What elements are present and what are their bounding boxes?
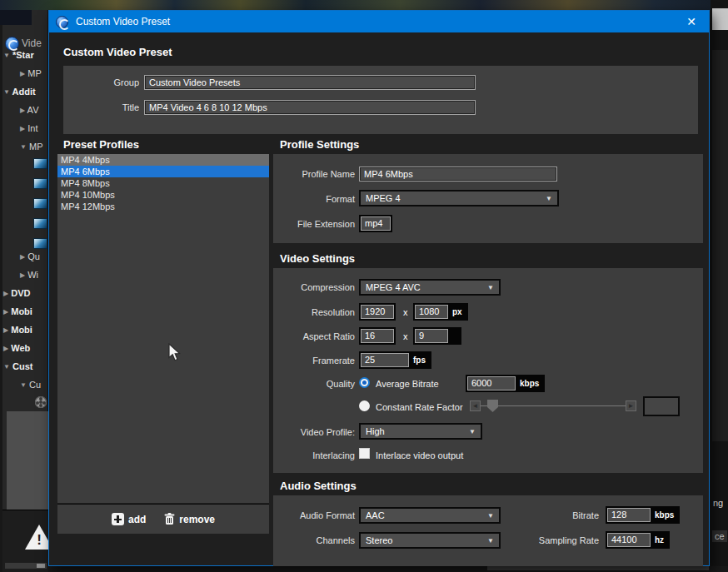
slider-track[interactable]	[481, 405, 626, 406]
dialog-titlebar[interactable]: Custom Video Preset ✕	[49, 11, 709, 32]
chevron-down-icon: ▼	[3, 361, 10, 373]
add-button[interactable]: add	[112, 513, 146, 525]
bitrate-label: Bitrate	[529, 510, 599, 520]
sidebar-item-custom[interactable]: ▼ Cust	[0, 360, 48, 373]
group-input[interactable]: Custom Video Presets	[144, 75, 476, 90]
sidebar-item-web[interactable]: ▶ Web	[0, 341, 48, 355]
slider-left-arrow-icon[interactable]: ◄	[470, 400, 481, 411]
chevron-right-icon: ▶	[3, 287, 8, 300]
framerate-input[interactable]: 25	[361, 353, 409, 367]
video-thumbnail-icon[interactable]	[33, 238, 47, 249]
crf-slider[interactable]: ◄ ►	[470, 400, 636, 411]
sidebar-item-wi[interactable]: ▶ Wi	[0, 268, 48, 281]
aspect-width-input[interactable]: 16	[361, 329, 394, 343]
chevron-down-icon: ▼	[487, 512, 494, 520]
chevron-down-icon: ▼	[3, 49, 10, 62]
channels-label: Channels	[275, 535, 355, 545]
sampling-rate-field: 44100 hz	[606, 531, 670, 549]
video-thumbnail-icon[interactable]	[33, 198, 47, 209]
preset-list-item[interactable]: MP4 12Mbps	[57, 201, 269, 212]
plus-icon	[112, 513, 124, 525]
scrollbar-thumb[interactable]	[37, 564, 45, 568]
compression-dropdown[interactable]: MPEG 4 AVC ▼	[359, 279, 501, 296]
average-bitrate-label: Average Bitrate	[376, 379, 439, 389]
chevron-right-icon: ▶	[20, 104, 25, 117]
crf-value-input[interactable]	[643, 396, 680, 416]
slider-right-arrow-icon[interactable]: ►	[626, 400, 636, 411]
resolution-width-field: 1920	[359, 303, 396, 321]
interlacing-label: Interlacing	[275, 450, 355, 460]
title-input[interactable]: MP4 Video 4 6 8 10 12 Mbps	[144, 100, 476, 115]
sidebar-item-star[interactable]: ▼ *Star	[0, 48, 48, 62]
interlace-option-label: Interlace video output	[376, 450, 463, 460]
resolution-width-input[interactable]: 1920	[361, 305, 394, 319]
average-bitrate-input[interactable]: 6000	[467, 376, 516, 390]
constant-rate-factor-label: Constant Rate Factor	[376, 402, 463, 412]
framerate-unit: fps	[409, 356, 430, 365]
framerate-label: Framerate	[275, 356, 355, 366]
trash-icon	[164, 513, 175, 525]
video-thumbnail-icon[interactable]	[33, 218, 47, 229]
preset-list-item[interactable]: MP4 10Mbps	[57, 189, 269, 201]
chevron-down-icon: ▼	[546, 195, 552, 202]
sidebar-item-av[interactable]: ▶ AV	[0, 103, 48, 117]
file-extension-input[interactable]: mp4	[361, 216, 391, 231]
chevron-down-icon: ▼	[487, 537, 494, 545]
sidebar-item-mp4-group[interactable]: ▼ MP	[0, 140, 48, 153]
profile-name-input[interactable]: MP4 6Mbps	[359, 167, 557, 182]
remove-button[interactable]: remove	[164, 513, 215, 525]
format-dropdown[interactable]: MPEG 4 ▼	[359, 190, 559, 206]
sidebar-item-int[interactable]: ▶ Int	[0, 122, 48, 135]
profile-settings-heading: Profile Settings	[280, 138, 359, 151]
preset-list-item[interactable]: MP4 4Mbps	[57, 154, 269, 166]
video-thumbnail-icon[interactable]	[33, 178, 47, 189]
constant-rate-factor-radio[interactable]	[359, 400, 370, 411]
chevron-right-icon: ▶	[3, 342, 8, 355]
film-reel-icon[interactable]	[35, 396, 47, 408]
resolution-x-separator: x	[403, 307, 408, 317]
screen: Vide ▼ *Star ▶ MP ▼ Addit ▶ AV ▶ Int ▼ M…	[0, 0, 728, 572]
average-bitrate-radio[interactable]	[359, 377, 370, 388]
file-extension-label: File Extension	[275, 219, 355, 229]
sidebar-item-custom-child[interactable]: ▼ Cu	[0, 378, 48, 391]
video-profile-dropdown[interactable]: High ▼	[359, 423, 482, 440]
interlace-checkbox[interactable]	[359, 448, 370, 459]
sidebar-item-dvd[interactable]: ▶ DVD	[0, 286, 48, 300]
bitrate-field: 128 kbps	[606, 506, 680, 524]
preset-list-item[interactable]: MP4 8Mbps	[57, 177, 269, 189]
background-video-strip	[0, 0, 728, 10]
preset-profiles-list[interactable]: MP4 4Mbps MP4 6Mbps MP4 8Mbps MP4 10Mbps…	[57, 154, 269, 503]
channels-dropdown[interactable]: Stereo ▼	[359, 532, 501, 549]
sidebar-item-mobile2[interactable]: ▶ Mobi	[0, 323, 48, 336]
chevron-down-icon: ▼	[20, 379, 27, 391]
sidebar-item-qu[interactable]: ▶ Qu	[0, 250, 48, 263]
aspect-height-field: 9	[413, 327, 461, 345]
background-right-panel	[712, 50, 728, 441]
bitrate-input[interactable]: 128	[607, 508, 651, 522]
preset-list-item-selected[interactable]: MP4 6Mbps	[57, 166, 269, 177]
audio-format-dropdown[interactable]: AAC ▼	[359, 507, 501, 524]
sidebar-item-mp[interactable]: ▶ MP	[0, 67, 48, 80]
resolution-height-input[interactable]: 1080	[415, 305, 448, 319]
background-bottom-strip	[48, 566, 728, 572]
framerate-field: 25 fps	[359, 351, 431, 369]
sampling-rate-label: Sampling Rate	[529, 535, 599, 545]
chevron-right-icon: ▶	[3, 306, 8, 318]
video-thumbnail-icon[interactable]	[33, 158, 47, 169]
chevron-down-icon: ▼	[469, 428, 476, 435]
horizontal-scrollbar[interactable]	[5, 563, 47, 569]
audio-format-label: Audio Format	[275, 510, 355, 520]
sidebar-item-additional[interactable]: ▼ Addit	[0, 85, 48, 98]
sidebar-item-mobile1[interactable]: ▶ Mobi	[0, 305, 48, 318]
background-bottom-panel2	[487, 566, 709, 570]
aspect-height-input[interactable]: 9	[415, 329, 448, 343]
slider-handle[interactable]	[487, 400, 498, 412]
close-icon[interactable]: ✕	[681, 15, 702, 28]
aspect-ratio-label: Aspect Ratio	[275, 331, 355, 341]
preset-list-toolbar: add remove	[57, 504, 269, 534]
group-label: Group	[66, 77, 139, 87]
profile-name-label: Profile Name	[275, 169, 355, 179]
background-sidebar: Vide ▼ *Star ▶ MP ▼ Addit ▶ AV ▶ Int ▼ M…	[0, 10, 48, 572]
bitrate-unit: kbps	[651, 510, 678, 520]
sampling-rate-input[interactable]: 44100	[607, 533, 651, 547]
